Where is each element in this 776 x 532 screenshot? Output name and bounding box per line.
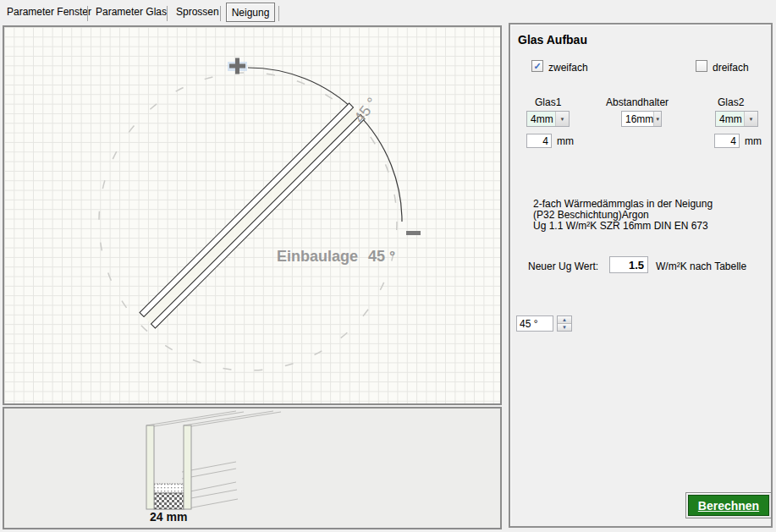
spinner-up-button[interactable]: ▲ [558, 316, 571, 324]
berechnen-button[interactable]: Berechnen [688, 495, 769, 516]
tab-separator [87, 6, 88, 21]
glas2-label: Glas2 [718, 96, 744, 108]
glazing-section-drawing: 24 mm [4, 409, 500, 528]
sealant-block [154, 493, 184, 509]
glas2-dropdown[interactable]: 4mm ▼ [715, 111, 758, 127]
checkmark-icon: ✓ [533, 61, 541, 72]
tab-separator [167, 6, 168, 21]
glas1-thickness-input[interactable] [526, 134, 552, 148]
minus-icon [406, 231, 421, 235]
glazing-section-panel: 24 mm [3, 407, 502, 529]
chevron-down-icon[interactable]: ▼ [744, 112, 757, 126]
zweifach-checkbox[interactable]: ✓ [531, 60, 543, 72]
tab-separator [220, 6, 221, 21]
abstandhalter-label: Abstandhalter [606, 96, 669, 108]
abstandhalter-dropdown-value: 16mm [622, 112, 653, 126]
dreifach-label: dreifach [713, 62, 749, 74]
chevron-down-icon[interactable]: ▼ [653, 112, 661, 126]
neuer-ug-suffix: W/m²K nach Tabelle [656, 261, 746, 272]
tilt-drawing: 45 ° Einbaulage45 ° [4, 27, 500, 403]
section-dimension-label: 24 mm [150, 510, 187, 524]
einbaulage-label: Einbaulage45 ° [277, 248, 395, 265]
chevron-down-icon[interactable]: ▼ [555, 112, 569, 126]
description-line: Ug 1.1 W/m²K SZR 16mm DIN EN 673 [533, 221, 770, 232]
increase-angle-button[interactable] [228, 58, 247, 74]
glass-sheet-2 [151, 114, 364, 327]
glas1-label: Glas1 [535, 96, 561, 108]
glas2-dropdown-value: 4mm [716, 112, 744, 126]
plus-icon [235, 58, 239, 74]
panel-title: Glas Aufbau [518, 33, 587, 47]
glass-description: 2-fach Wärmedämmglas in der Neigung (P32… [533, 199, 770, 232]
angle-spinner-input[interactable] [516, 315, 553, 332]
neuer-ug-label: Neuer Ug Wert: [528, 261, 598, 272]
tab-separator [278, 6, 279, 21]
tab-neigung[interactable]: Neigung [226, 3, 275, 22]
spinner-down-button[interactable]: ▼ [558, 324, 571, 331]
neuer-ug-input[interactable] [609, 256, 648, 273]
tab-parameter-fenster[interactable]: Parameter Fenster [0, 3, 98, 22]
section-glass-pane-2 [184, 425, 191, 509]
description-line: (P32 Beschichtung)Argon [533, 210, 770, 221]
glas2-thickness-input[interactable] [714, 134, 740, 148]
tilt-drawing-canvas[interactable]: 45 ° Einbaulage45 ° [3, 25, 502, 405]
glas-aufbau-panel: Glas Aufbau ✓ zweifach dreifach Glas1 Ab… [509, 23, 773, 528]
zweifach-label: zweifach [548, 62, 588, 74]
glass-sheet-1 [140, 103, 353, 316]
section-glass-pane-1 [146, 425, 154, 509]
dreifach-checkbox[interactable] [696, 60, 707, 72]
glas2-unit-label: mm [745, 135, 762, 147]
tab-bar: Parameter Fenster Parameter Glas Sprosse… [0, 0, 776, 24]
glass-pane-45deg [140, 103, 365, 328]
glas1-dropdown[interactable]: 4mm ▼ [526, 111, 570, 127]
description-line: 2-fach Wärmedämmglas in der Neigung [533, 199, 770, 210]
glass-unit-body [140, 103, 365, 328]
tab-parameter-glas[interactable]: Parameter Glas [89, 3, 173, 22]
angle-spinner-buttons: ▲ ▼ [557, 315, 572, 332]
abstandhalter-dropdown[interactable]: 16mm ▼ [621, 111, 662, 127]
glas1-dropdown-value: 4mm [527, 112, 555, 126]
decrease-angle-button[interactable] [406, 231, 421, 235]
tab-sprossen[interactable]: Sprossen [169, 3, 226, 22]
berechnen-button-frame: Berechnen [685, 492, 772, 518]
glas1-unit-label: mm [557, 135, 574, 147]
spacer-bar [154, 484, 184, 493]
